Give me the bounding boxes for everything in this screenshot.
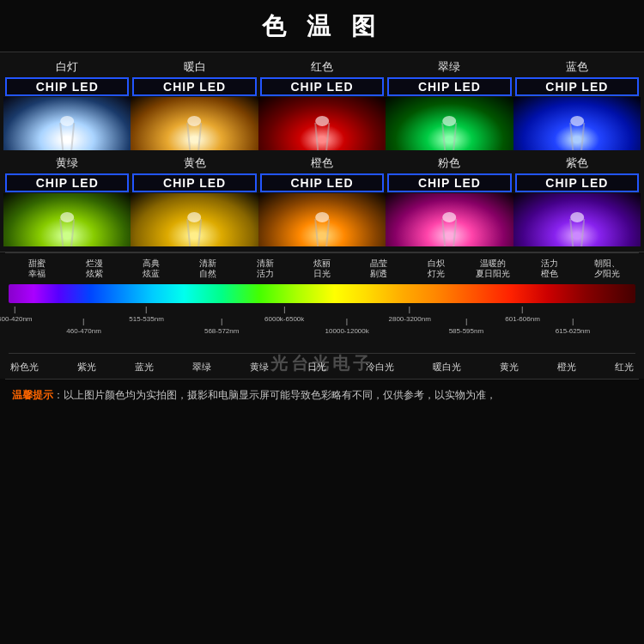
svg-line-1 xyxy=(71,123,74,150)
led-cell: 暖白CHIP LED xyxy=(131,58,258,150)
led-grid-section: 白灯CHIP LED 暖白CHIP LED 红色CHIP LED 翠绿CHIP … xyxy=(0,52,644,252)
nm-tick: 515-535nm xyxy=(129,307,163,323)
nm-tick: 568-572nm xyxy=(204,319,239,335)
spectrum-bottom-label: 紫光 xyxy=(77,361,96,374)
spectrum-section: 甜蜜幸福烂漫炫紫高典炫蓝清新自然清新活力炫丽日光晶莹剔透白炽灯光温暖的夏日阳光活… xyxy=(0,253,644,379)
nm-tick: 6000k-6500k xyxy=(264,307,304,323)
svg-line-21 xyxy=(315,219,318,246)
svg-line-27 xyxy=(570,219,573,246)
spectrum-bottom-labels: 粉色光紫光蓝光翠绿黄绿日光冷白光暖白光黄光橙光红光 xyxy=(9,355,635,375)
svg-point-20 xyxy=(188,212,202,222)
chip-led-badge: CHIP LED xyxy=(5,77,129,96)
spectrum-top-label: 甜蜜幸福 xyxy=(14,258,61,279)
spectrum-bottom-label: 蓝光 xyxy=(135,361,154,374)
nm-tick: 585-595nm xyxy=(449,319,483,335)
nm-tick-container: 400-420nm460-470nm515-535nm568-572nm6000… xyxy=(9,307,635,351)
led-row-2: 黄绿CHIP LED 黄色CHIP LED 橙色CHIP LED 粉色CHIP … xyxy=(3,154,641,246)
chip-led-badge: CHIP LED xyxy=(5,173,129,192)
svg-line-13 xyxy=(581,123,584,150)
svg-line-19 xyxy=(199,219,202,246)
svg-point-26 xyxy=(442,212,456,222)
led-color-label: 蓝色 xyxy=(513,58,641,76)
spectrum-top-label: 白炽灯光 xyxy=(412,258,459,279)
svg-line-7 xyxy=(326,123,329,150)
led-color-label: 翠绿 xyxy=(386,58,513,76)
led-light-image xyxy=(258,97,386,150)
svg-point-5 xyxy=(188,116,202,126)
led-light-image xyxy=(513,97,641,150)
led-color-label: 红色 xyxy=(258,58,386,76)
nm-tick: 601-606nm xyxy=(505,307,539,323)
spectrum-top-label: 清新活力 xyxy=(241,258,289,279)
led-light-image xyxy=(131,97,258,150)
chip-led-badge: CHIP LED xyxy=(515,77,639,96)
spectrum-bottom-label: 翠绿 xyxy=(192,361,211,374)
svg-line-4 xyxy=(199,123,202,150)
spectrum-bottom-label: 红光 xyxy=(615,361,634,374)
page-title: 色 温 图 xyxy=(0,0,644,52)
led-color-label: 黄色 xyxy=(131,154,258,173)
nm-tick: 10000-12000k xyxy=(325,319,369,335)
chip-led-badge: CHIP LED xyxy=(260,173,384,192)
led-color-label: 橙色 xyxy=(258,154,386,173)
spectrum-top-label: 朝阳、夕阳光 xyxy=(583,258,630,279)
notice-section: 温馨提示：以上图片颜色均为实拍图，摄影和电脑显示屏可能导致色彩略有不同，仅供参考… xyxy=(0,380,644,409)
spectrum-bottom-label: 粉色光 xyxy=(10,361,39,374)
led-cell: 白灯CHIP LED xyxy=(3,58,131,150)
led-cell: 黄色CHIP LED xyxy=(131,154,258,246)
chip-led-badge: CHIP LED xyxy=(387,173,511,192)
spectrum-bottom-label: 暖白光 xyxy=(433,361,461,374)
spectrum-bar xyxy=(9,284,635,303)
spectrum-top-labels: 甜蜜幸福烂漫炫紫高典炫蓝清新自然清新活力炫丽日光晶莹剔透白炽灯光温暖的夏日阳光活… xyxy=(9,253,635,283)
spectrum-top-label: 烂漫炫紫 xyxy=(70,258,118,279)
svg-line-28 xyxy=(581,219,584,246)
spectrum-bottom-label: 日光 xyxy=(307,361,326,374)
led-color-label: 白灯 xyxy=(3,58,131,76)
svg-line-22 xyxy=(326,219,329,246)
led-light-image xyxy=(258,193,386,246)
spectrum-top-label: 高典炫蓝 xyxy=(127,258,174,279)
led-light-image xyxy=(3,97,131,150)
chip-led-badge: CHIP LED xyxy=(515,173,639,192)
led-light-image xyxy=(513,193,641,246)
spectrum-bottom-label: 冷白光 xyxy=(366,361,394,374)
spectrum-top-label: 温暖的夏日阳光 xyxy=(470,258,517,279)
spectrum-bottom-label: 橙光 xyxy=(557,361,576,374)
led-cell: 翠绿CHIP LED xyxy=(386,58,513,150)
svg-line-24 xyxy=(442,219,445,246)
svg-line-18 xyxy=(188,219,191,246)
led-cell: 黄绿CHIP LED xyxy=(3,154,131,246)
led-color-label: 黄绿 xyxy=(3,154,131,173)
led-cell: 粉色CHIP LED xyxy=(386,154,513,246)
svg-point-11 xyxy=(442,116,456,126)
spectrum-top-label: 清新自然 xyxy=(185,258,232,279)
svg-point-23 xyxy=(315,212,329,222)
svg-line-0 xyxy=(60,123,63,150)
svg-line-12 xyxy=(570,123,573,150)
spectrum-bottom-label: 黄绿 xyxy=(250,361,269,374)
svg-point-17 xyxy=(60,212,74,222)
svg-line-25 xyxy=(453,219,456,246)
spectrum-bar-wrapper xyxy=(9,283,635,305)
svg-point-29 xyxy=(570,212,584,222)
spectrum-top-label: 活力橙色 xyxy=(526,258,574,279)
svg-point-2 xyxy=(60,116,74,126)
led-cell: 橙色CHIP LED xyxy=(258,154,386,246)
svg-line-16 xyxy=(71,219,74,246)
led-cell: 红色CHIP LED xyxy=(258,58,386,150)
led-row-1: 白灯CHIP LED 暖白CHIP LED 红色CHIP LED 翠绿CHIP … xyxy=(3,58,641,150)
svg-line-9 xyxy=(442,123,445,150)
spectrum-bottom-label: 黄光 xyxy=(500,361,519,374)
nm-tick: 2800-3200nm xyxy=(389,307,431,323)
spectrum-top-label: 炫丽日光 xyxy=(298,258,345,279)
led-light-image xyxy=(3,193,131,246)
nm-tick: 460-470nm xyxy=(66,319,100,335)
led-light-image xyxy=(386,193,513,246)
led-cell: 蓝色CHIP LED xyxy=(513,58,641,150)
svg-point-8 xyxy=(315,116,329,126)
spectrum-top-label: 晶莹剔透 xyxy=(355,258,403,279)
chip-led-badge: CHIP LED xyxy=(387,77,511,96)
chip-led-badge: CHIP LED xyxy=(132,173,256,192)
led-color-label: 紫色 xyxy=(513,154,641,173)
chip-led-badge: CHIP LED xyxy=(132,77,256,96)
